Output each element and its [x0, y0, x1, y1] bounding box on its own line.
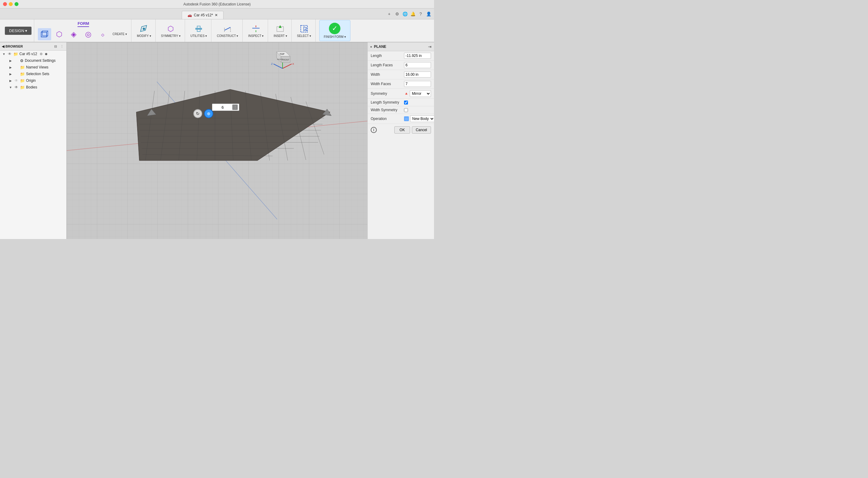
plane-controls: ↻ ⊕ [193, 109, 213, 118]
panel-footer-buttons: OK Cancel [394, 126, 431, 133]
width-faces-input[interactable] [404, 81, 431, 87]
symmetry-label: SYMMETRY ▾ [161, 34, 181, 37]
width-value[interactable] [404, 71, 431, 78]
svg-line-9 [224, 27, 230, 30]
create-sphere-button[interactable]: ◈ [67, 28, 80, 40]
sphere-icon: ◈ [69, 29, 79, 39]
finish-form-button[interactable]: ✓ FINISH FORM ▾ [319, 20, 350, 41]
tree-item-selection-sets[interactable]: ▶ 📁 Selection Sets [0, 70, 66, 77]
browser-filter-icon[interactable]: ⊟ [53, 43, 58, 49]
bell-icon[interactable]: 🔔 [410, 11, 416, 17]
construct-button[interactable]: CONSTRUCT ▾ [215, 23, 240, 39]
origin-eye-icon[interactable]: 👁 [14, 78, 19, 83]
svg-rect-12 [252, 28, 259, 28]
utilities-icon [194, 24, 204, 34]
root-record-icon[interactable]: ⏺ [44, 52, 48, 56]
minimize-button[interactable] [9, 2, 13, 6]
inline-value-input[interactable] [214, 105, 232, 110]
length-faces-value[interactable] [404, 62, 431, 68]
doc-eye-icon[interactable] [14, 58, 19, 63]
root-eye-icon[interactable]: 👁 [7, 52, 12, 56]
bodies-eye-icon[interactable]: 👁 [14, 85, 19, 90]
modify-section: MODIFY ▾ [133, 20, 155, 42]
symmetry-section: ⬡ SYMMETRY ▾ [157, 20, 185, 42]
create-label: CREATE ▾ [112, 32, 127, 36]
nv-expand-arrow: ▶ [8, 65, 13, 69]
width-symmetry-checkbox-wrap [404, 108, 408, 112]
select-button[interactable]: SELECT ▾ [295, 23, 313, 39]
help-icon[interactable]: ? [417, 11, 424, 17]
settings-icon[interactable]: ⚙ [394, 11, 400, 17]
rotate-control[interactable]: ↻ [193, 109, 202, 118]
ok-button[interactable]: OK [394, 126, 410, 133]
panel-row-length-symmetry: Length Symmetry [368, 99, 434, 106]
tree-item-doc-settings[interactable]: ▶ ⚙ Document Settings [0, 57, 66, 64]
root-settings-icon[interactable]: ⚙ [40, 52, 43, 56]
create-cylinder-button[interactable]: ⬡ [52, 28, 66, 40]
tree-root-item[interactable]: ▼ 👁 📁 Car #5 v12 ⚙ ⏺ [0, 51, 66, 57]
browser-collapse-icon[interactable]: ◀ [2, 44, 4, 49]
browser-more-icon[interactable]: ⋮ [59, 43, 64, 49]
root-expand-arrow: ▼ [2, 52, 6, 56]
close-button[interactable] [3, 2, 7, 6]
create-box-button[interactable] [38, 28, 51, 40]
plane-panel: ● PLANE ⇥ Length Length Faces Width [367, 42, 434, 239]
length-label: Length [371, 54, 404, 58]
ss-eye-icon[interactable] [14, 71, 19, 76]
tree-item-bodies[interactable]: ▼ 👁 📁 Bodies [0, 84, 66, 91]
profile-icon[interactable]: 👤 [426, 11, 432, 17]
doc-settings-label: Document Settings [25, 58, 55, 63]
symmetry-row-label: Symmetry [371, 91, 404, 96]
length-faces-input[interactable] [404, 62, 431, 68]
finish-form-section: ✓ FINISH FORM ▾ [317, 20, 353, 42]
named-views-label: Named Views [26, 65, 49, 69]
cancel-button[interactable]: Cancel [412, 126, 431, 133]
width-faces-value[interactable] [404, 81, 431, 87]
nv-eye-icon[interactable] [14, 65, 19, 70]
symmetry-button[interactable]: ⬡ SYMMETRY ▾ [159, 23, 182, 39]
insert-label: INSERT ▾ [274, 34, 287, 37]
operation-select-wrap: □ New Body Join Cut Intersect [404, 115, 434, 122]
symmetry-select[interactable]: Mirror None [410, 90, 431, 97]
inline-menu-button[interactable]: ⋮ [232, 104, 238, 110]
modify-icon [139, 24, 149, 34]
finish-icon: ✓ [329, 23, 340, 34]
inline-value-popup[interactable]: ⋮ [212, 103, 239, 111]
globe-icon[interactable]: 🌐 [402, 11, 408, 17]
viewport[interactable]: X Y Z TOP FRONT RIGHT [67, 42, 367, 239]
utilities-label: UTILITIES ▾ [190, 34, 207, 37]
new-tab-button[interactable]: + [386, 11, 392, 17]
length-value[interactable] [404, 53, 431, 59]
browser-header-icons: ⊟ ⋮ [53, 43, 64, 49]
tab-icon: 🚗 [187, 13, 192, 17]
insert-button[interactable]: INSERT ▾ [272, 23, 289, 39]
doc-expand-arrow: ▶ [8, 58, 13, 63]
tree-item-named-views[interactable]: ▶ 📁 Named Views [0, 64, 66, 70]
width-faces-label: Width Faces [371, 82, 404, 86]
width-input[interactable] [404, 71, 431, 78]
doc-gear-icon: ⚙ [20, 58, 24, 63]
inspect-button[interactable]: INSPECT ▾ [246, 23, 265, 39]
create-torus-button[interactable]: ◎ [82, 28, 95, 40]
length-symmetry-checkbox[interactable] [404, 100, 408, 104]
operation-select[interactable]: New Body Join Cut Intersect [410, 115, 434, 122]
design-button[interactable]: DESIGN ▾ [5, 27, 31, 35]
svg-rect-7 [195, 28, 202, 30]
insert-section: INSERT ▾ [269, 20, 291, 42]
create-dropdown-button[interactable]: CREATE ▾ [111, 31, 129, 37]
maximize-button[interactable] [14, 2, 19, 6]
design-label: DESIGN ▾ [9, 28, 27, 33]
tree-item-origin[interactable]: ▶ 👁 📁 Origin [0, 77, 66, 84]
document-tab[interactable]: 🚗 Car #5 v12* ✕ [182, 11, 223, 19]
panel-expand-button[interactable]: ⇥ [428, 44, 432, 49]
utilities-button[interactable]: UTILITIES ▾ [189, 23, 209, 39]
create-pipe-button[interactable]: ⬦ [96, 28, 109, 40]
cylinder-icon: ⬡ [54, 29, 64, 39]
width-label: Width [371, 72, 404, 77]
length-input[interactable] [404, 53, 431, 59]
modify-button[interactable]: MODIFY ▾ [135, 23, 153, 39]
tab-close-icon[interactable]: ✕ [215, 13, 218, 17]
select-icon [299, 24, 309, 34]
nv-folder-icon: 📁 [20, 65, 25, 70]
width-symmetry-checkbox[interactable] [404, 108, 408, 112]
